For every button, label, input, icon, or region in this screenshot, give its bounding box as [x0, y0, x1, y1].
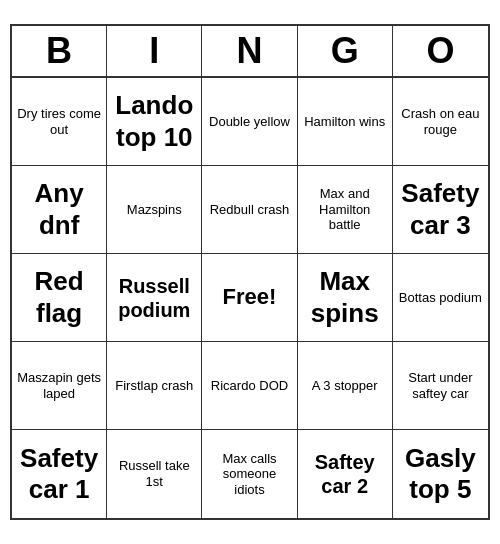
bingo-grid: Dry tires come outLando top 10Double yel…	[12, 78, 488, 518]
bingo-cell-18: A 3 stopper	[298, 342, 393, 430]
bingo-cell-11: Russell podium	[107, 254, 202, 342]
bingo-cell-21: Russell take 1st	[107, 430, 202, 518]
bingo-letter-n: N	[202, 26, 297, 76]
bingo-cell-9: Safety car 3	[393, 166, 488, 254]
bingo-letter-o: O	[393, 26, 488, 76]
bingo-letter-b: B	[12, 26, 107, 76]
bingo-header: BINGO	[12, 26, 488, 78]
bingo-cell-7: Redbull crash	[202, 166, 297, 254]
bingo-letter-g: G	[298, 26, 393, 76]
bingo-cell-10: Red flag	[12, 254, 107, 342]
bingo-cell-12: Free!	[202, 254, 297, 342]
bingo-cell-15: Maszapin gets laped	[12, 342, 107, 430]
bingo-cell-23: Saftey car 2	[298, 430, 393, 518]
bingo-cell-14: Bottas podium	[393, 254, 488, 342]
bingo-cell-0: Dry tires come out	[12, 78, 107, 166]
bingo-cell-16: Firstlap crash	[107, 342, 202, 430]
bingo-cell-19: Start under saftey car	[393, 342, 488, 430]
bingo-cell-13: Max spins	[298, 254, 393, 342]
bingo-letter-i: I	[107, 26, 202, 76]
bingo-cell-8: Max and Hamilton battle	[298, 166, 393, 254]
bingo-cell-6: Mazspins	[107, 166, 202, 254]
bingo-cell-2: Double yellow	[202, 78, 297, 166]
bingo-cell-5: Any dnf	[12, 166, 107, 254]
bingo-cell-4: Crash on eau rouge	[393, 78, 488, 166]
bingo-cell-17: Ricardo DOD	[202, 342, 297, 430]
bingo-board: BINGO Dry tires come outLando top 10Doub…	[10, 24, 490, 520]
bingo-cell-3: Hamilton wins	[298, 78, 393, 166]
bingo-cell-1: Lando top 10	[107, 78, 202, 166]
bingo-cell-20: Safety car 1	[12, 430, 107, 518]
bingo-cell-22: Max calls someone idiots	[202, 430, 297, 518]
bingo-cell-24: Gasly top 5	[393, 430, 488, 518]
